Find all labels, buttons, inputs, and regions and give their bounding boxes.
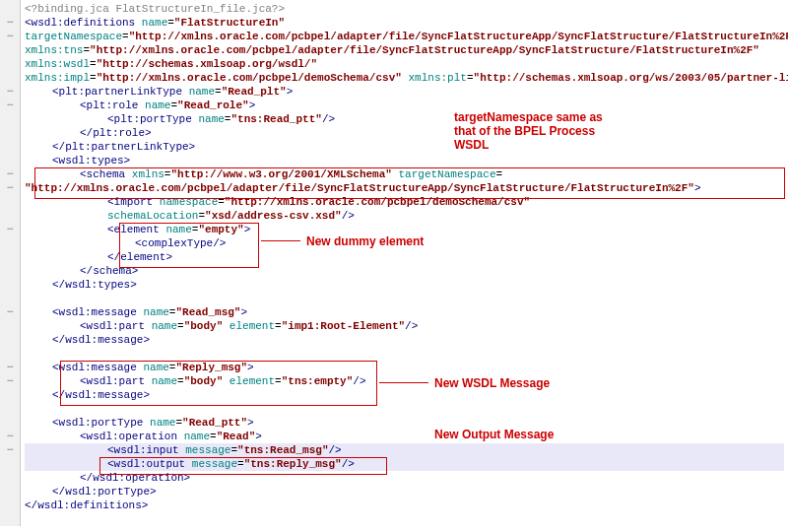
code-line[interactable]: <wsdl:definitions name="FlatStructureIn" (25, 16, 784, 30)
fold-toggle (0, 402, 20, 416)
code-line[interactable]: xmlns:impl="http://xmlns.oracle.com/pcbp… (25, 71, 784, 85)
fold-toggle (0, 457, 20, 471)
annotation-element: New dummy element (306, 234, 424, 248)
code-line[interactable] (25, 292, 784, 305)
code-line[interactable]: <wsdl:input message="tns:Read_msg"/> (25, 443, 784, 457)
fold-toggle (0, 499, 20, 512)
code-line[interactable]: <plt:role name="Read_role"> (25, 99, 784, 112)
code-editor[interactable]: targetNamespace same as that of the BPEL… (21, 0, 788, 526)
code-line[interactable]: xmlns:tns="http://xmlns.oracle.com/pcbpe… (25, 43, 784, 57)
fold-toggle (0, 264, 20, 278)
highlight-box-element (119, 223, 259, 268)
fold-toggle (0, 140, 20, 154)
fold-toggle (0, 209, 20, 223)
fold-toggle (0, 250, 20, 264)
code-line[interactable]: <?binding.jca FlatStructureIn_file.jca?> (25, 2, 784, 16)
code-line[interactable]: schemaLocation="xsd/address-csv.xsd"/> (25, 209, 784, 223)
fold-toggle (0, 333, 20, 347)
highlight-box-message (60, 361, 377, 406)
highlight-box-output (99, 457, 387, 475)
code-line[interactable] (25, 347, 784, 361)
fold-toggle (0, 471, 20, 485)
fold-toggle (0, 512, 20, 526)
fold-toggle (0, 292, 20, 305)
fold-toggle[interactable]: − (0, 361, 20, 374)
fold-toggle (0, 43, 20, 57)
fold-toggle (0, 154, 20, 167)
fold-toggle[interactable]: − (0, 167, 20, 181)
annotation-namespace-1: targetNamespace same as (454, 110, 603, 124)
code-line[interactable]: </wsdl:types> (25, 278, 784, 292)
fold-toggle (0, 112, 20, 126)
annotation-message: New WSDL Message (434, 376, 550, 390)
fold-toggle[interactable]: − (0, 16, 20, 30)
fold-toggle (0, 319, 20, 333)
code-line[interactable]: <wsdl:types> (25, 154, 784, 167)
code-line[interactable]: xmlns:wsdl="http://schemas.xmlsoap.org/w… (25, 57, 784, 71)
fold-toggle (0, 195, 20, 209)
fold-toggle (0, 236, 20, 250)
code-line[interactable]: </plt:role> (25, 126, 784, 140)
annotation-line-message (379, 382, 428, 383)
code-line[interactable]: <wsdl:part name="body" element="imp1:Roo… (25, 319, 784, 333)
code-line[interactable]: </wsdl:portType> (25, 485, 784, 499)
code-line[interactable]: </wsdl:message> (25, 333, 784, 347)
code-line[interactable]: targetNamespace="http://xmlns.oracle.com… (25, 30, 784, 43)
fold-toggle[interactable]: − (0, 99, 20, 112)
code-line[interactable]: </plt:partnerLinkType> (25, 140, 784, 154)
fold-toggle (0, 2, 20, 16)
code-line[interactable]: <wsdl:operation name="Read"> (25, 430, 784, 443)
fold-toggle[interactable]: − (0, 430, 20, 443)
annotation-namespace-3: WSDL (454, 138, 489, 152)
fold-gutter: −−−−−−−−−−−− (0, 0, 21, 526)
code-line[interactable]: <wsdl:message name="Read_msg"> (25, 305, 784, 319)
fold-toggle[interactable]: − (0, 374, 20, 388)
fold-toggle[interactable]: − (0, 181, 20, 195)
annotation-output: New Output Message (434, 428, 554, 441)
code-line[interactable]: </wsdl:definitions> (25, 499, 784, 512)
fold-toggle (0, 388, 20, 402)
fold-toggle (0, 278, 20, 292)
fold-toggle (0, 416, 20, 430)
fold-toggle[interactable]: − (0, 85, 20, 99)
code-line[interactable]: <plt:partnerLinkType name="Read_plt"> (25, 85, 784, 99)
fold-toggle (0, 126, 20, 140)
fold-toggle (0, 347, 20, 361)
highlight-box-namespace (34, 167, 785, 199)
annotation-namespace-2: that of the BPEL Process (454, 124, 595, 138)
fold-toggle[interactable]: − (0, 443, 20, 457)
fold-toggle[interactable]: − (0, 30, 20, 43)
fold-toggle[interactable]: − (0, 223, 20, 236)
code-line[interactable]: <plt:portType name="tns:Read_ptt"/> (25, 112, 784, 126)
fold-toggle[interactable]: − (0, 305, 20, 319)
code-line[interactable]: <wsdl:portType name="Read_ptt"> (25, 416, 784, 430)
annotation-line-element (261, 240, 300, 241)
fold-toggle (0, 57, 20, 71)
fold-toggle (0, 485, 20, 499)
fold-toggle (0, 71, 20, 85)
